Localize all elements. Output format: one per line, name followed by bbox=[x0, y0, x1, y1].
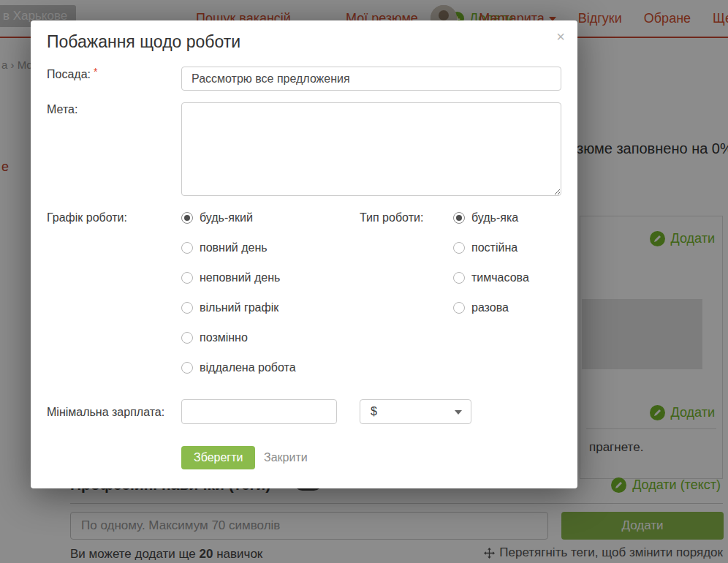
radio-option-label: будь-яка bbox=[471, 211, 518, 224]
required-asterisk: * bbox=[94, 66, 97, 78]
type-options: будь-яка постійна тимчасова разова bbox=[453, 211, 529, 315]
close-modal-link[interactable]: Закрити bbox=[264, 451, 308, 464]
radio-icon[interactable] bbox=[181, 272, 193, 284]
schedule-radio-option[interactable]: віддалена робота bbox=[181, 360, 296, 375]
type-label: Тип роботи: bbox=[360, 211, 423, 224]
salary-label: Мінімальна зарплата: bbox=[47, 406, 164, 419]
radio-icon[interactable] bbox=[453, 242, 465, 254]
position-label: Посада:* bbox=[47, 66, 97, 81]
select-caret-icon bbox=[455, 410, 462, 415]
radio-icon[interactable] bbox=[181, 332, 193, 344]
modal-title: Побажання щодо роботи bbox=[47, 32, 240, 52]
schedule-radio-option[interactable]: позмінно bbox=[181, 330, 296, 345]
goal-label: Мета: bbox=[47, 103, 77, 116]
radio-icon[interactable] bbox=[181, 302, 193, 314]
type-radio-option[interactable]: будь-яка bbox=[453, 211, 529, 225]
radio-icon[interactable] bbox=[453, 302, 465, 314]
salary-input[interactable] bbox=[181, 399, 337, 424]
type-radio-option[interactable]: разова bbox=[453, 301, 529, 315]
radio-icon[interactable] bbox=[181, 212, 193, 224]
close-icon[interactable]: × bbox=[556, 29, 565, 44]
radio-option-label: будь-який bbox=[200, 211, 253, 224]
radio-option-label: разова bbox=[471, 301, 509, 314]
schedule-radio-option[interactable]: вільний графік bbox=[181, 301, 296, 315]
save-button[interactable]: Зберегти bbox=[181, 446, 255, 469]
currency-value: $ bbox=[371, 405, 377, 418]
radio-icon[interactable] bbox=[453, 212, 465, 224]
type-radio-option[interactable]: тимчасова bbox=[453, 271, 529, 285]
schedule-label: Графік роботи: bbox=[47, 211, 127, 224]
radio-icon[interactable] bbox=[181, 362, 193, 374]
job-preferences-modal: Побажання щодо роботи × Посада:* Мета: Г… bbox=[31, 20, 577, 488]
goal-textarea[interactable] bbox=[181, 102, 561, 196]
screen: в Харькове Пошук вакансій Мої резюме + Д… bbox=[0, 0, 728, 563]
schedule-options: будь-який повний день неповний день віль… bbox=[181, 211, 296, 375]
radio-option-label: неповний день bbox=[200, 271, 280, 284]
currency-select[interactable]: $ bbox=[360, 399, 471, 424]
radio-option-label: віддалена робота bbox=[200, 361, 296, 374]
radio-option-label: тимчасова bbox=[471, 271, 529, 284]
radio-icon[interactable] bbox=[453, 272, 465, 284]
position-label-text: Посада: bbox=[47, 68, 91, 80]
type-radio-option[interactable]: постійна bbox=[453, 241, 529, 255]
schedule-radio-option[interactable]: неповний день bbox=[181, 271, 296, 285]
radio-option-label: вільний графік bbox=[200, 301, 278, 314]
schedule-radio-option[interactable]: повний день bbox=[181, 241, 296, 255]
schedule-radio-option[interactable]: будь-який bbox=[181, 211, 296, 225]
radio-option-label: позмінно bbox=[200, 331, 248, 344]
position-input[interactable] bbox=[181, 67, 561, 91]
radio-option-label: постійна bbox=[471, 241, 517, 254]
radio-icon[interactable] bbox=[181, 242, 193, 254]
radio-option-label: повний день bbox=[200, 241, 268, 254]
